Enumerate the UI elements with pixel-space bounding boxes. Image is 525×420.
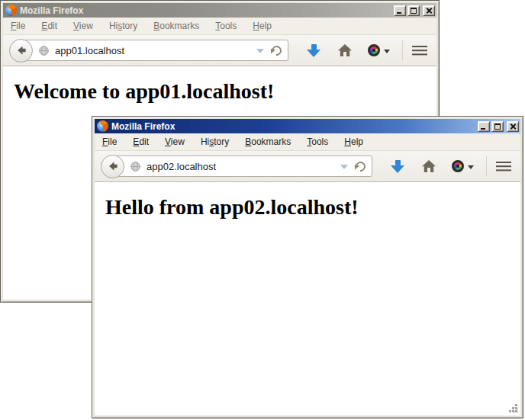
menu-bar: FileEditViewHistoryBookmarksToolsHelp [3, 18, 436, 35]
menu-item-view[interactable]: View [160, 135, 189, 149]
site-identity-globe-icon[interactable] [38, 45, 50, 56]
back-button[interactable] [9, 39, 33, 63]
window-controls [478, 121, 519, 132]
url-input[interactable] [141, 161, 336, 172]
menu-item-view[interactable]: View [69, 19, 98, 33]
home-icon[interactable] [337, 43, 353, 57]
url-bar[interactable] [20, 40, 288, 61]
download-icon[interactable] [305, 42, 322, 59]
download-icon[interactable] [389, 158, 406, 175]
minimize-icon [481, 128, 485, 130]
search-engine-button[interactable] [452, 160, 474, 172]
menu-item-edit[interactable]: Edit [128, 135, 153, 149]
menu-item-help[interactable]: Help [248, 19, 276, 33]
maximize-button[interactable] [407, 5, 420, 16]
menu-item-bookmarks[interactable]: Bookmarks [149, 19, 204, 33]
close-button[interactable] [507, 121, 519, 132]
firefox-logo-icon [97, 120, 108, 132]
url-bar[interactable] [111, 155, 372, 177]
url-dropdown-icon[interactable] [340, 165, 348, 169]
page-heading: Welcome to app01.localhost! [14, 79, 436, 104]
menu-item-file[interactable]: File [6, 19, 30, 33]
menu-item-tools[interactable]: Tools [302, 135, 333, 149]
site-identity-globe-icon[interactable] [130, 161, 141, 172]
reload-icon[interactable] [356, 162, 366, 172]
title-bar[interactable]: Mozilla Firefox [3, 3, 436, 18]
window-title: Mozilla Firefox [111, 121, 175, 132]
navigation-toolbar [3, 35, 436, 66]
toolbar-separator [402, 40, 403, 60]
color-wheel-icon [368, 44, 380, 56]
window-controls [394, 5, 435, 16]
firefox-window-app02: Mozilla Firefox FileEditViewHistoryBookm… [92, 116, 523, 418]
window-title: Mozilla Firefox [20, 5, 83, 16]
url-input[interactable] [50, 45, 252, 56]
minimize-icon [397, 12, 401, 14]
back-button[interactable] [101, 155, 124, 178]
color-wheel-icon [452, 160, 464, 172]
page-heading: Hello from app02.localhost! [105, 195, 520, 220]
menu-item-bookmarks[interactable]: Bookmarks [240, 135, 295, 149]
menu-item-edit[interactable]: Edit [37, 19, 62, 33]
page-content: Hello from app02.localhost! [95, 182, 520, 415]
menu-item-help[interactable]: Help [340, 135, 368, 149]
toolbar-separator [486, 156, 487, 176]
menu-bar: FileEditViewHistoryBookmarksToolsHelp [95, 133, 520, 151]
back-arrow-icon [106, 159, 120, 173]
menu-hamburger-icon[interactable] [412, 46, 427, 56]
menu-item-file[interactable]: File [98, 135, 121, 149]
chevron-down-icon [468, 165, 474, 169]
chevron-down-icon [384, 50, 390, 53]
home-icon[interactable] [421, 159, 436, 173]
menu-item-history[interactable]: History [105, 19, 142, 33]
reload-icon[interactable] [272, 46, 282, 56]
title-bar[interactable]: Mozilla Firefox [95, 119, 520, 133]
back-arrow-icon [14, 43, 28, 57]
menu-item-history[interactable]: History [196, 135, 234, 149]
navigation-toolbar [95, 151, 520, 182]
minimize-button[interactable] [478, 121, 490, 132]
maximize-button[interactable] [491, 121, 504, 132]
menu-hamburger-icon[interactable] [496, 162, 511, 172]
menu-item-tools[interactable]: Tools [211, 19, 241, 33]
resize-grip[interactable] [507, 402, 518, 413]
search-engine-button[interactable] [368, 44, 390, 56]
maximize-icon [411, 8, 417, 14]
maximize-icon [494, 123, 501, 130]
firefox-logo-icon [5, 5, 17, 16]
url-dropdown-icon[interactable] [256, 49, 264, 53]
close-button[interactable] [423, 5, 435, 16]
minimize-button[interactable] [394, 5, 406, 16]
